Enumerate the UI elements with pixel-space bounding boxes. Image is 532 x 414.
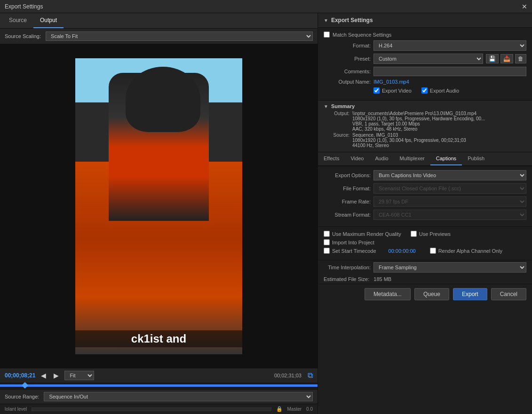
left-panel: Source Output Source Scaling: Scale To F… [0, 13, 318, 414]
format-select[interactable]: H.264 H.265 QuickTime [373, 40, 526, 51]
video-frame: ck1ist and [75, 58, 242, 354]
max-render-label: Use Maximum Render Quality [332, 231, 401, 237]
time-interp-label: Time Interpolation: [324, 265, 371, 270]
comments-input[interactable] [373, 67, 526, 76]
cancel-button[interactable]: Cancel [491, 288, 526, 300]
match-sequence-label: Match Sequence Settings [333, 32, 391, 38]
summary-source-row: Source: Sequence, IMG_0103 1080x1920 (1,… [324, 133, 526, 148]
use-previews-checkbox[interactable] [411, 231, 417, 237]
time-interp-select[interactable]: Frame Sampling Frame Blending Optical Fl… [373, 262, 526, 273]
audio-level-track [32, 407, 271, 411]
video-preview: ck1ist and [0, 44, 318, 368]
import-project-pair: Import Into Project [324, 239, 374, 245]
start-timecode-label: Set Start Timecode [332, 248, 376, 254]
summary-output-line2: 1080x1920 (1,0), 30 fps, Progressive, Ha… [352, 116, 485, 121]
queue-button[interactable]: Queue [414, 288, 449, 300]
clip-icon[interactable]: ⧉ [308, 371, 313, 380]
summary-source-line2: 1080x1920 (1,0), 30.004 fps, Progressive… [352, 138, 466, 143]
export-video-checkbox[interactable] [373, 87, 380, 94]
summary-section: ▼ Summary Output: \\nptsr_ocuments\Adobe… [318, 101, 532, 152]
import-preset-button[interactable]: 📥 [500, 54, 513, 63]
summary-source-line1: Sequence, IMG_0103 [352, 133, 466, 138]
file-format-select: Scenarist Closed Caption File (.scc) [373, 183, 526, 194]
import-project-checkbox[interactable] [324, 239, 330, 245]
right-panel: ▼ Export Settings Match Sequence Setting… [318, 13, 532, 414]
delete-preset-button[interactable]: 🗑 [515, 54, 526, 63]
file-size-row: Estimated File Size: 185 MB [318, 274, 532, 284]
file-size-label: Estimated File Size: [324, 276, 369, 282]
preset-toolbar: 💾 📥 🗑 [486, 54, 526, 63]
output-name-row: Output Name: IMG_0103.mp4 [324, 79, 526, 85]
render-alpha-checkbox[interactable] [430, 248, 436, 254]
frame-rate-label: Frame Rate: [324, 199, 371, 204]
use-previews-label: Use Previews [419, 231, 451, 237]
export-form-section: Match Sequence Settings Format: H.264 H.… [318, 28, 532, 101]
title-bar: Export Settings ✕ [0, 0, 532, 13]
frame-rate-row: Frame Rate: 29.97 fps DF [324, 196, 526, 207]
export-options-row: Export Options: Burn Captions Into Video… [324, 170, 526, 180]
action-buttons: Metadata... Queue Export Cancel [318, 284, 532, 304]
collapse-arrow-icon[interactable]: ▼ [324, 18, 328, 23]
stream-format-row: Stream Format: CEA-608 CC1 [324, 210, 526, 220]
timeline-cursor[interactable] [22, 382, 28, 389]
tab-output[interactable]: Output [33, 13, 64, 28]
comments-label: Comments: [324, 69, 371, 74]
source-range-label: Source Range: [5, 394, 39, 399]
export-audio-checkbox[interactable] [421, 87, 428, 94]
export-video-label: Export Video [382, 88, 412, 94]
tab-multiplexer[interactable]: Multiplexer [394, 152, 430, 165]
preset-select[interactable]: Custom Match Source - High bitrate [373, 54, 483, 64]
caption-overlay: ck1ist and [75, 330, 242, 347]
stream-format-select: CEA-608 CC1 [373, 210, 526, 220]
tab-video[interactable]: Video [345, 152, 369, 165]
summary-collapse-icon[interactable]: ▼ [324, 104, 328, 109]
close-icon[interactable]: ✕ [522, 3, 527, 10]
summary-title: Summary [331, 103, 355, 109]
render-alpha-label: Render Alpha Channel Only [438, 248, 502, 254]
frame-rate-select: 29.97 fps DF [373, 196, 526, 207]
max-render-checkbox[interactable] [324, 231, 330, 237]
output-name-label: Output Name: [324, 79, 371, 85]
output-name-link[interactable]: IMG_0103.mp4 [373, 79, 409, 85]
match-sequence-checkbox[interactable] [324, 31, 330, 38]
format-label: Format: [324, 43, 371, 48]
export-button[interactable]: Export [453, 288, 487, 300]
max-render-pair: Use Maximum Render Quality [324, 231, 401, 237]
captions-section: Export Options: Burn Captions Into Video… [318, 166, 532, 227]
export-options-select[interactable]: Burn Captions Into Video Export as Sidec… [373, 170, 526, 180]
tab-captions[interactable]: Captions [430, 152, 462, 165]
tab-audio[interactable]: Audio [369, 152, 394, 165]
tab-effects[interactable]: Effects [318, 152, 345, 165]
bottom-options: Use Maximum Render Quality Use Previews … [318, 227, 532, 260]
source-scaling-select[interactable]: Scale To Fit Scale To Fill Stretch To Fi… [46, 31, 313, 41]
preset-label: Preset: [324, 56, 371, 62]
export-settings-header: ▼ Export Settings [318, 13, 532, 28]
file-format-label: File Format: [324, 186, 371, 191]
master-label: Master [287, 406, 302, 412]
timeline-bar[interactable] [0, 383, 318, 389]
summary-header: ▼ Summary [324, 103, 526, 109]
summary-output-key: Output: [324, 111, 349, 132]
use-previews-pair: Use Previews [411, 231, 451, 237]
audio-level-label: lolant level [5, 406, 27, 412]
tab-publish[interactable]: Publish [462, 152, 490, 165]
source-scaling-bar: Source Scaling: Scale To Fit Scale To Fi… [0, 29, 318, 44]
export-options-label: Export Options: [324, 172, 371, 178]
summary-source-key: Source: [324, 133, 349, 148]
source-range-select[interactable]: Sequence In/Out Work Area Entire Sequenc… [44, 392, 313, 401]
file-size-value: 185 MB [373, 276, 391, 282]
timeline-track [0, 384, 318, 387]
summary-output-line1: \\nptsr_ocuments\Adobe\Premiere Pro\13.0… [352, 111, 485, 116]
title-bar-title: Export Settings [5, 3, 43, 10]
metadata-button[interactable]: Metadata... [365, 288, 411, 300]
head [126, 67, 201, 132]
save-preset-button[interactable]: 💾 [486, 54, 499, 63]
video-caption-text: ck1ist and [131, 332, 186, 345]
next-frame-button[interactable]: ▶ [52, 371, 61, 380]
start-timecode-checkbox[interactable] [324, 248, 330, 254]
tab-source[interactable]: Source [2, 13, 33, 28]
zoom-select[interactable]: Fit25%50%75%100% [64, 371, 94, 380]
prev-frame-button[interactable]: ◀ [39, 371, 48, 380]
playback-controls: 00;00;08;21 ◀ ▶ Fit25%50%75%100% 00;02;3… [0, 368, 318, 383]
comments-row: Comments: [324, 67, 526, 76]
